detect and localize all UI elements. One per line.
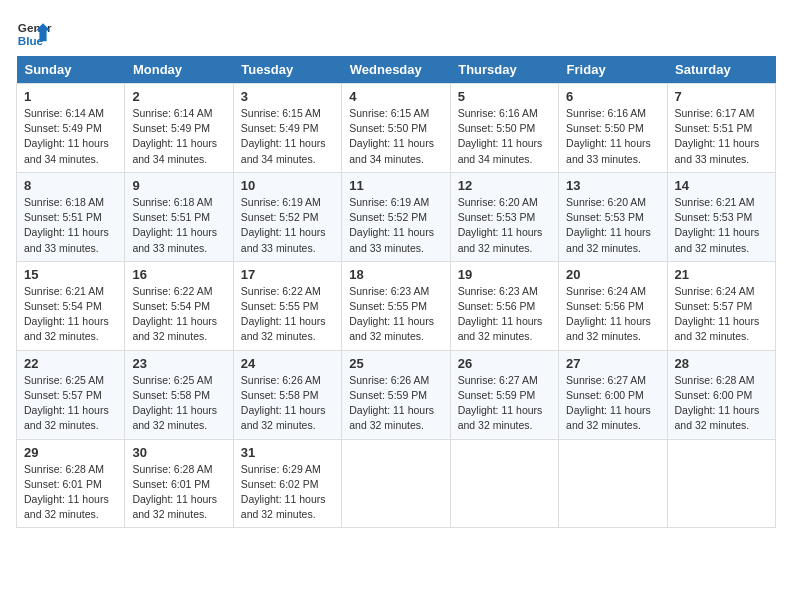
day-header-saturday: Saturday	[667, 56, 775, 84]
calendar-cell: 26Sunrise: 6:27 AM Sunset: 5:59 PM Dayli…	[450, 350, 558, 439]
cell-sun-info: Sunrise: 6:20 AM Sunset: 5:53 PM Dayligh…	[566, 195, 659, 256]
cell-sun-info: Sunrise: 6:16 AM Sunset: 5:50 PM Dayligh…	[458, 106, 551, 167]
cell-sun-info: Sunrise: 6:24 AM Sunset: 5:57 PM Dayligh…	[675, 284, 768, 345]
calendar-cell: 30Sunrise: 6:28 AM Sunset: 6:01 PM Dayli…	[125, 439, 233, 528]
day-header-tuesday: Tuesday	[233, 56, 341, 84]
cell-sun-info: Sunrise: 6:19 AM Sunset: 5:52 PM Dayligh…	[349, 195, 442, 256]
calendar-cell: 31Sunrise: 6:29 AM Sunset: 6:02 PM Dayli…	[233, 439, 341, 528]
day-number: 12	[458, 178, 551, 193]
day-number: 1	[24, 89, 117, 104]
cell-sun-info: Sunrise: 6:14 AM Sunset: 5:49 PM Dayligh…	[132, 106, 225, 167]
calendar-cell: 27Sunrise: 6:27 AM Sunset: 6:00 PM Dayli…	[559, 350, 667, 439]
cell-sun-info: Sunrise: 6:26 AM Sunset: 5:59 PM Dayligh…	[349, 373, 442, 434]
calendar-cell: 13Sunrise: 6:20 AM Sunset: 5:53 PM Dayli…	[559, 172, 667, 261]
calendar-cell	[667, 439, 775, 528]
day-number: 9	[132, 178, 225, 193]
calendar-header-row: SundayMondayTuesdayWednesdayThursdayFrid…	[17, 56, 776, 84]
cell-sun-info: Sunrise: 6:27 AM Sunset: 6:00 PM Dayligh…	[566, 373, 659, 434]
cell-sun-info: Sunrise: 6:25 AM Sunset: 5:58 PM Dayligh…	[132, 373, 225, 434]
calendar-week-row: 22Sunrise: 6:25 AM Sunset: 5:57 PM Dayli…	[17, 350, 776, 439]
day-number: 15	[24, 267, 117, 282]
day-number: 25	[349, 356, 442, 371]
cell-sun-info: Sunrise: 6:28 AM Sunset: 6:01 PM Dayligh…	[24, 462, 117, 523]
calendar-cell: 5Sunrise: 6:16 AM Sunset: 5:50 PM Daylig…	[450, 84, 558, 173]
calendar-cell: 14Sunrise: 6:21 AM Sunset: 5:53 PM Dayli…	[667, 172, 775, 261]
calendar-cell: 3Sunrise: 6:15 AM Sunset: 5:49 PM Daylig…	[233, 84, 341, 173]
calendar-cell: 25Sunrise: 6:26 AM Sunset: 5:59 PM Dayli…	[342, 350, 450, 439]
day-header-sunday: Sunday	[17, 56, 125, 84]
calendar-cell: 12Sunrise: 6:20 AM Sunset: 5:53 PM Dayli…	[450, 172, 558, 261]
calendar-cell: 22Sunrise: 6:25 AM Sunset: 5:57 PM Dayli…	[17, 350, 125, 439]
calendar-cell: 4Sunrise: 6:15 AM Sunset: 5:50 PM Daylig…	[342, 84, 450, 173]
cell-sun-info: Sunrise: 6:15 AM Sunset: 5:49 PM Dayligh…	[241, 106, 334, 167]
calendar-week-row: 1Sunrise: 6:14 AM Sunset: 5:49 PM Daylig…	[17, 84, 776, 173]
logo-icon: General Blue	[16, 16, 52, 52]
calendar-cell	[450, 439, 558, 528]
calendar-cell: 24Sunrise: 6:26 AM Sunset: 5:58 PM Dayli…	[233, 350, 341, 439]
day-header-wednesday: Wednesday	[342, 56, 450, 84]
calendar-cell: 1Sunrise: 6:14 AM Sunset: 5:49 PM Daylig…	[17, 84, 125, 173]
day-number: 20	[566, 267, 659, 282]
day-header-monday: Monday	[125, 56, 233, 84]
cell-sun-info: Sunrise: 6:29 AM Sunset: 6:02 PM Dayligh…	[241, 462, 334, 523]
cell-sun-info: Sunrise: 6:16 AM Sunset: 5:50 PM Dayligh…	[566, 106, 659, 167]
calendar-cell: 7Sunrise: 6:17 AM Sunset: 5:51 PM Daylig…	[667, 84, 775, 173]
day-number: 24	[241, 356, 334, 371]
day-number: 6	[566, 89, 659, 104]
calendar-cell: 19Sunrise: 6:23 AM Sunset: 5:56 PM Dayli…	[450, 261, 558, 350]
calendar-cell: 29Sunrise: 6:28 AM Sunset: 6:01 PM Dayli…	[17, 439, 125, 528]
day-number: 14	[675, 178, 768, 193]
calendar-cell: 23Sunrise: 6:25 AM Sunset: 5:58 PM Dayli…	[125, 350, 233, 439]
cell-sun-info: Sunrise: 6:22 AM Sunset: 5:55 PM Dayligh…	[241, 284, 334, 345]
cell-sun-info: Sunrise: 6:17 AM Sunset: 5:51 PM Dayligh…	[675, 106, 768, 167]
day-number: 16	[132, 267, 225, 282]
day-number: 23	[132, 356, 225, 371]
day-number: 5	[458, 89, 551, 104]
cell-sun-info: Sunrise: 6:21 AM Sunset: 5:53 PM Dayligh…	[675, 195, 768, 256]
day-number: 26	[458, 356, 551, 371]
cell-sun-info: Sunrise: 6:28 AM Sunset: 6:00 PM Dayligh…	[675, 373, 768, 434]
calendar-cell: 10Sunrise: 6:19 AM Sunset: 5:52 PM Dayli…	[233, 172, 341, 261]
cell-sun-info: Sunrise: 6:23 AM Sunset: 5:56 PM Dayligh…	[458, 284, 551, 345]
day-number: 2	[132, 89, 225, 104]
day-header-thursday: Thursday	[450, 56, 558, 84]
calendar-cell	[559, 439, 667, 528]
calendar-cell: 21Sunrise: 6:24 AM Sunset: 5:57 PM Dayli…	[667, 261, 775, 350]
day-number: 19	[458, 267, 551, 282]
cell-sun-info: Sunrise: 6:18 AM Sunset: 5:51 PM Dayligh…	[24, 195, 117, 256]
day-number: 29	[24, 445, 117, 460]
cell-sun-info: Sunrise: 6:20 AM Sunset: 5:53 PM Dayligh…	[458, 195, 551, 256]
cell-sun-info: Sunrise: 6:18 AM Sunset: 5:51 PM Dayligh…	[132, 195, 225, 256]
cell-sun-info: Sunrise: 6:19 AM Sunset: 5:52 PM Dayligh…	[241, 195, 334, 256]
day-number: 17	[241, 267, 334, 282]
calendar-week-row: 29Sunrise: 6:28 AM Sunset: 6:01 PM Dayli…	[17, 439, 776, 528]
day-number: 13	[566, 178, 659, 193]
calendar-week-row: 15Sunrise: 6:21 AM Sunset: 5:54 PM Dayli…	[17, 261, 776, 350]
calendar-cell: 15Sunrise: 6:21 AM Sunset: 5:54 PM Dayli…	[17, 261, 125, 350]
calendar-cell: 11Sunrise: 6:19 AM Sunset: 5:52 PM Dayli…	[342, 172, 450, 261]
calendar-cell: 8Sunrise: 6:18 AM Sunset: 5:51 PM Daylig…	[17, 172, 125, 261]
day-number: 30	[132, 445, 225, 460]
day-number: 18	[349, 267, 442, 282]
calendar-cell: 18Sunrise: 6:23 AM Sunset: 5:55 PM Dayli…	[342, 261, 450, 350]
cell-sun-info: Sunrise: 6:24 AM Sunset: 5:56 PM Dayligh…	[566, 284, 659, 345]
calendar-cell: 6Sunrise: 6:16 AM Sunset: 5:50 PM Daylig…	[559, 84, 667, 173]
calendar-cell	[342, 439, 450, 528]
calendar-table: SundayMondayTuesdayWednesdayThursdayFrid…	[16, 56, 776, 528]
day-number: 27	[566, 356, 659, 371]
cell-sun-info: Sunrise: 6:21 AM Sunset: 5:54 PM Dayligh…	[24, 284, 117, 345]
day-number: 22	[24, 356, 117, 371]
cell-sun-info: Sunrise: 6:22 AM Sunset: 5:54 PM Dayligh…	[132, 284, 225, 345]
calendar-week-row: 8Sunrise: 6:18 AM Sunset: 5:51 PM Daylig…	[17, 172, 776, 261]
cell-sun-info: Sunrise: 6:28 AM Sunset: 6:01 PM Dayligh…	[132, 462, 225, 523]
day-number: 3	[241, 89, 334, 104]
calendar-cell: 9Sunrise: 6:18 AM Sunset: 5:51 PM Daylig…	[125, 172, 233, 261]
day-number: 21	[675, 267, 768, 282]
day-number: 11	[349, 178, 442, 193]
calendar-cell: 16Sunrise: 6:22 AM Sunset: 5:54 PM Dayli…	[125, 261, 233, 350]
cell-sun-info: Sunrise: 6:27 AM Sunset: 5:59 PM Dayligh…	[458, 373, 551, 434]
calendar-cell: 2Sunrise: 6:14 AM Sunset: 5:49 PM Daylig…	[125, 84, 233, 173]
day-number: 10	[241, 178, 334, 193]
calendar-cell: 28Sunrise: 6:28 AM Sunset: 6:00 PM Dayli…	[667, 350, 775, 439]
day-number: 31	[241, 445, 334, 460]
